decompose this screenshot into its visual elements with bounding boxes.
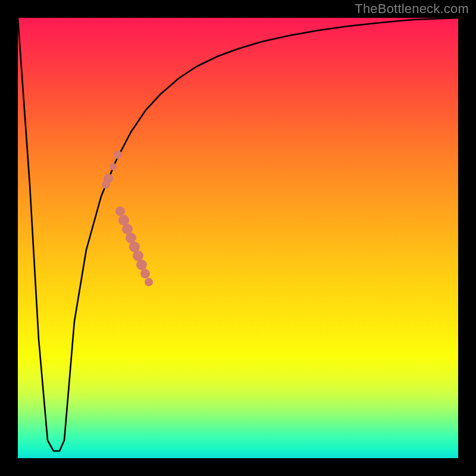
- data-marker: [114, 151, 122, 159]
- marker-group: [102, 151, 153, 286]
- data-marker: [115, 206, 125, 216]
- bottleneck-curve: [18, 18, 458, 451]
- attribution-text: TheBottleneck.com: [355, 1, 469, 17]
- plot-area: [18, 18, 458, 458]
- data-marker: [145, 278, 153, 286]
- data-marker: [104, 174, 113, 183]
- chart-frame: TheBottleneck.com: [0, 0, 476, 476]
- data-marker: [109, 163, 117, 170]
- curve-svg: [18, 18, 458, 458]
- data-marker: [140, 269, 150, 278]
- data-marker: [136, 259, 147, 270]
